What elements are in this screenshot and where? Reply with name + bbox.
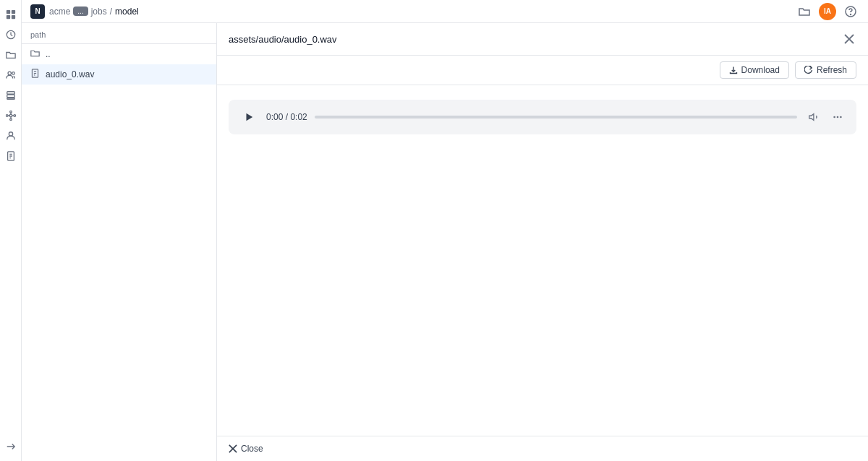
breadcrumb-sep: / (110, 7, 112, 17)
preview-panel: assets/audio/audio_0.wav Download Refres… (217, 23, 868, 461)
file-panel-header: path (22, 23, 216, 44)
svg-point-10 (9, 114, 12, 117)
sidebar-icon-layers[interactable] (2, 87, 20, 104)
refresh-button[interactable]: Refresh (795, 61, 856, 79)
breadcrumb-badge: ... (73, 7, 88, 16)
svg-point-23 (833, 116, 835, 119)
svg-rect-2 (6, 15, 9, 19)
file-row-label: audio_0.wav (46, 69, 94, 79)
svg-point-25 (840, 116, 842, 119)
more-options-button[interactable] (829, 108, 846, 126)
svg-point-15 (9, 132, 12, 136)
svg-rect-8 (7, 95, 14, 98)
svg-point-11 (9, 111, 12, 113)
footer-close-label: Close (241, 444, 263, 454)
svg-rect-9 (7, 98, 14, 100)
topbar-right: IA (796, 3, 859, 20)
app-logo[interactable]: N (30, 4, 45, 19)
audio-progress-bar[interactable] (315, 116, 797, 119)
svg-point-6 (12, 72, 14, 75)
mute-button[interactable] (804, 108, 822, 126)
sidebar-icon-document[interactable] (2, 147, 20, 165)
preview-footer: Close (217, 436, 868, 461)
svg-point-13 (6, 115, 8, 117)
file-row-label: .. (46, 49, 51, 59)
breadcrumb-jobs[interactable]: jobs (91, 7, 107, 17)
svg-rect-3 (11, 15, 14, 19)
sidebar-icon-users[interactable] (2, 66, 20, 84)
file-icon (30, 69, 40, 80)
svg-rect-1 (11, 10, 14, 14)
svg-rect-0 (6, 10, 9, 14)
sidebar-icon-folder[interactable] (2, 46, 20, 64)
download-button[interactable]: Download (720, 61, 789, 79)
svg-point-12 (9, 119, 12, 121)
sidebar-icon-clock[interactable] (2, 26, 20, 43)
user-avatar[interactable]: IA (819, 3, 836, 20)
sidebar (0, 0, 22, 461)
breadcrumb: acme ... jobs / model (49, 7, 139, 17)
sidebar-icon-person[interactable] (2, 127, 20, 145)
preview-title: assets/audio/audio_0.wav (229, 34, 337, 45)
sidebar-icon-grid[interactable] (2, 6, 20, 23)
preview-content: 0:00 / 0:02 (217, 85, 868, 436)
svg-point-14 (13, 115, 15, 117)
preview-toolbar: Download Refresh (217, 56, 868, 85)
main-content: path .. audio_0.wav assets/audio/audio_0… (22, 23, 868, 461)
svg-point-18 (851, 14, 851, 14)
refresh-label: Refresh (817, 65, 847, 75)
file-row-audio[interactable]: audio_0.wav (22, 64, 216, 85)
preview-close-x-button[interactable] (842, 32, 856, 46)
breadcrumb-org[interactable]: acme (49, 7, 70, 17)
sidebar-icon-network[interactable] (2, 107, 20, 124)
breadcrumb-model: model (115, 7, 139, 17)
folder-icon (30, 48, 40, 60)
audio-current-time: 0:00 / 0:02 (266, 112, 307, 122)
topbar-folder-icon[interactable] (796, 3, 813, 20)
download-label: Download (741, 65, 780, 75)
footer-close-button[interactable]: Close (229, 444, 263, 454)
file-row-parent[interactable]: .. (22, 44, 216, 64)
svg-point-5 (8, 72, 11, 74)
audio-player: 0:00 / 0:02 (229, 100, 856, 134)
play-button[interactable] (239, 107, 259, 127)
svg-marker-22 (247, 113, 253, 121)
svg-rect-7 (7, 92, 14, 95)
topbar-help-icon[interactable] (842, 3, 859, 20)
topbar: N acme ... jobs / model IA (22, 0, 868, 23)
svg-point-24 (837, 116, 839, 119)
preview-header: assets/audio/audio_0.wav (217, 23, 868, 56)
file-panel: path .. audio_0.wav (22, 23, 217, 461)
sidebar-icon-expand[interactable] (2, 438, 20, 455)
